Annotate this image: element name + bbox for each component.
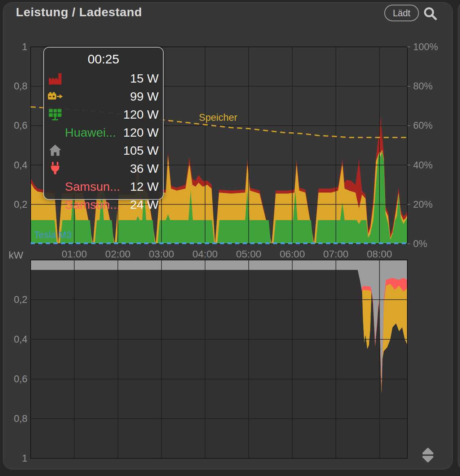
tooltip-row-value: 12 W — [130, 180, 159, 194]
tooltip-row-value: 15 W — [130, 71, 159, 85]
annotation-speicher: Speicher — [199, 112, 238, 123]
y-tick-label: 1 — [22, 41, 27, 52]
chart-consumption: 0,20,40,60,81 — [14, 260, 407, 464]
resize-button[interactable] — [420, 446, 436, 464]
tooltip-row: 15 W — [43, 69, 164, 87]
tooltip-row-value: 120 W — [123, 107, 159, 122]
tooltip-row-value: 120 W — [123, 125, 159, 140]
x-tick-label: 08:00 — [367, 248, 392, 260]
y2-tick-label: 0% — [413, 238, 427, 249]
battery-out-icon — [48, 88, 65, 104]
y-tick-label: 0,6 — [14, 374, 27, 384]
tooltip-rows: 15 W99 W120 WHuawei...120 W105 W36 WSams… — [43, 69, 164, 213]
tooltip-row: Samsun...24 W — [43, 195, 164, 213]
x-tick-label: 03:00 — [149, 248, 174, 260]
tooltip-time: 00:25 — [43, 52, 164, 66]
y-tick-label: 0,4 — [14, 160, 27, 171]
x-axis-unit-label: kW — [9, 250, 23, 261]
tooltip-row-label: Huawei... — [65, 125, 123, 140]
y-tick-label: 1 — [22, 453, 27, 464]
y2-tick-label: 80% — [413, 81, 433, 92]
factory-icon — [48, 70, 65, 86]
series-dark-hump-area — [31, 270, 407, 459]
y2-tick-label: 100% — [413, 41, 438, 52]
plug-icon — [48, 160, 65, 176]
y-tick-label: 0,6 — [14, 120, 27, 131]
y2-tick-label: 20% — [413, 199, 433, 210]
tooltip-row-label: Samsun... — [65, 180, 130, 194]
x-tick-label: 04:00 — [193, 248, 218, 260]
y-tick-label: 0,2 — [14, 199, 27, 210]
y-tick-label: 0,2 — [14, 294, 27, 305]
tooltip-row: 36 W — [43, 159, 164, 177]
y-tick-label: 0,8 — [14, 81, 27, 92]
house-icon — [48, 142, 65, 158]
tooltip-row-value: 36 W — [130, 162, 159, 176]
y2-tick-label: 60% — [413, 120, 433, 131]
x-tick-label: 02:00 — [105, 248, 131, 260]
tooltip-row: 99 W — [43, 87, 164, 105]
tooltip-row: 105 W — [43, 141, 164, 159]
tooltip-row-label: Samsun... — [65, 198, 130, 212]
y-tick-label: 0,8 — [14, 413, 27, 424]
tooltip-row-value: 105 W — [123, 144, 159, 158]
tooltip-row-value: 24 W — [130, 198, 159, 212]
x-tick-label: 06:00 — [280, 248, 305, 260]
sort-arrows-icon — [420, 446, 436, 464]
x-tick-label: 05:00 — [236, 248, 261, 260]
x-tick-label: 01:00 — [62, 248, 87, 260]
x-tick-label: 07:00 — [323, 248, 349, 260]
tooltip-row: Huawei...120 W — [43, 123, 164, 141]
tooltip-row: Samsun...12 W — [43, 177, 164, 195]
tooltip-row-value: 99 W — [130, 89, 159, 103]
tooltip-row: 120 W — [43, 105, 164, 123]
y2-tick-label: 40% — [413, 160, 433, 171]
annotation-tesla-m3: Tesla M3 — [34, 229, 72, 240]
solar-panel-icon — [48, 106, 65, 122]
y-tick-label: 0,4 — [14, 334, 27, 345]
